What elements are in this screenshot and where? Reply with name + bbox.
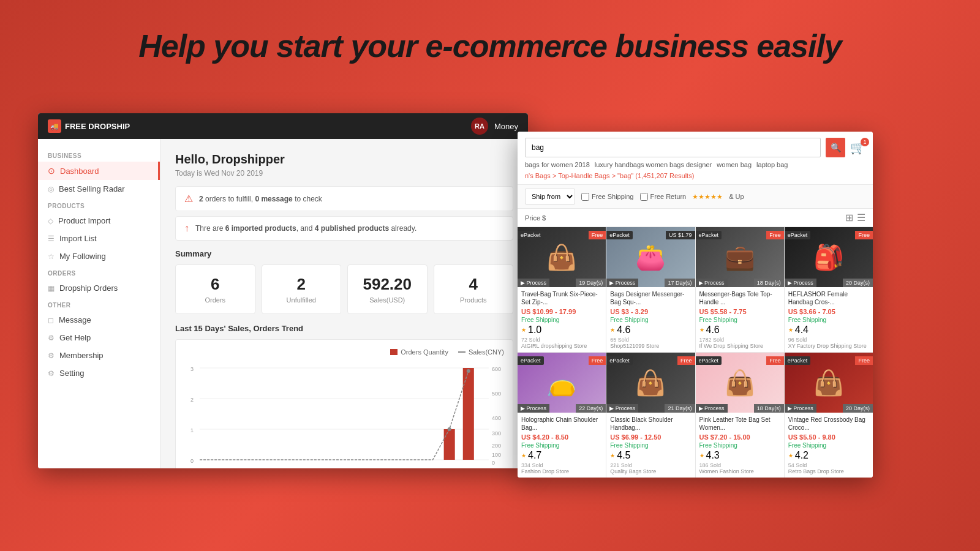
svg-text:2: 2 (190, 397, 194, 403)
store-name-4: Fashion Drop Store (521, 468, 602, 474)
product-card-4[interactable]: 👝 ePacket Free ▶ Process 22 Day(s) Holog… (518, 353, 606, 478)
star-filter[interactable]: ★★★★★ (692, 193, 723, 201)
summary-card-orders: 6 Orders (175, 264, 255, 314)
sidebar-setting-label: Setting (59, 369, 84, 378)
product-rating-6: ★ 4.3 (699, 450, 780, 461)
chart-container: Orders Quantity Sales(CNY) 3 2 1 0 (175, 339, 513, 468)
tag-4[interactable]: laptop bag (756, 161, 788, 168)
sidebar-following-label: My Following (59, 252, 106, 261)
sidebar-item-setting[interactable]: ⚙ Setting (38, 364, 160, 382)
product-image-1: 👛 ePacket US $1.79 ▶ Process 17 Day(s) (606, 227, 695, 287)
svg-text:400: 400 (492, 415, 501, 421)
store-name-1: Shop5121099 Store (610, 343, 691, 349)
process-days-2: 18 Day(s) (754, 279, 784, 287)
store-name-7: Retro Bags Drop Store (788, 468, 869, 474)
money-button[interactable]: Money (494, 122, 518, 131)
breadcrumb-text: n's Bags > Top-Handle Bags > "bag" (1,45… (525, 172, 694, 179)
sort-label[interactable]: Price $ (525, 214, 546, 222)
sidebar-item-product-import[interactable]: ◇ Product Import (38, 212, 160, 230)
epacket-badge-3: ePacket (785, 231, 811, 239)
product-card-7[interactable]: 👜 ePacket Free ▶ Process 20 Day(s) Vinta… (785, 353, 873, 478)
epacket-badge-6: ePacket (696, 356, 722, 365)
product-card-3[interactable]: 🎒 ePacket Free ▶ Process 20 Day(s) HEFLA… (785, 227, 873, 352)
summary-sales-label: Sales(USD) (358, 296, 417, 304)
free-shipping-checkbox[interactable] (581, 193, 589, 201)
process-badge-6: ▶ Process (696, 404, 728, 413)
sidebar-item-best-selling[interactable]: ◎ Best Selling Radar (38, 180, 160, 198)
badge-free-2: Free (766, 231, 784, 239)
sidebar-item-my-following[interactable]: ☆ My Following (38, 247, 160, 265)
product-shipping-7: Free Shipping (788, 442, 869, 449)
stars-4: ★ (521, 452, 526, 459)
search-button[interactable]: 🔍 (826, 138, 845, 157)
tag-2[interactable]: luxury handbags women bags designer (595, 161, 712, 168)
grid-view-icon[interactable]: ⊞ (845, 212, 853, 223)
sidebar-item-dashboard[interactable]: ⊙ Dashboard (38, 162, 160, 180)
rating-value-7: 4.2 (795, 450, 809, 461)
product-name-0: Travel-Bag Trunk Six-Piece-Set Zip-... (521, 290, 602, 306)
rating-value-6: 4.3 (706, 450, 720, 461)
sidebar-item-membership[interactable]: ⚙ Membership (38, 347, 160, 364)
chart-title: Last 15 Days' Sales, Orders Trend (175, 324, 513, 333)
membership-icon: ⚙ (48, 351, 55, 360)
product-info-2: Messenger-Bags Tote Top-Handle ... US $5… (696, 287, 784, 352)
alert-products: ↑ Thre are 6 imported products, and 4 pu… (175, 216, 513, 241)
product-image-4: 👝 ePacket Free ▶ Process 22 Day(s) (518, 353, 606, 413)
sold-count-7: 54 Sold (788, 462, 869, 468)
product-name-2: Messenger-Bags Tote Top-Handle ... (699, 290, 780, 306)
search-input[interactable] (525, 138, 821, 157)
free-shipping-check[interactable]: Free Shipping (581, 193, 634, 201)
greeting: Hello, Dropshipper (175, 152, 513, 167)
product-window: 🔍 🛒 1 bags for women 2018 luxury handbag… (518, 132, 873, 478)
product-card-0[interactable]: 👜 ePacket Free ▶ Process 19 Day(s) Trave… (518, 227, 606, 352)
sidebar-item-import-list[interactable]: ☰ Import List (38, 230, 160, 247)
logo-text: FREE DROPSHIP (65, 122, 130, 131)
summary-cards: 6 Orders 2 Unfulfilled 592.20 Sales(USD)… (175, 264, 513, 314)
list-view-icon[interactable]: ☰ (857, 212, 865, 223)
epacket-badge-7: ePacket (785, 356, 811, 365)
stars-1: ★ (610, 327, 615, 333)
product-card-6[interactable]: 👜 ePacket Free ▶ Process 18 Day(s) Pink … (696, 353, 784, 478)
summary-orders-value: 6 (186, 275, 245, 294)
product-rating-3: ★ 4.4 (788, 324, 869, 335)
product-info-7: Vintage Red Crossbody Bag Croco... US $5… (785, 413, 873, 478)
tag-3[interactable]: women bag (717, 161, 752, 168)
sidebar-item-get-help[interactable]: ⚙ Get Help (38, 329, 160, 347)
avatar: RA (471, 118, 488, 135)
chart-svg: 3 2 1 0 600 500 400 300 200 100 0 (184, 362, 504, 468)
svg-text:0: 0 (190, 458, 194, 464)
chart-area: 3 2 1 0 600 500 400 300 200 100 0 (184, 362, 504, 468)
sold-count-2: 1782 Sold (699, 337, 780, 343)
view-icons: ⊞ ☰ (845, 212, 865, 223)
alert-products-text: Thre are 6 imported products, and 4 publ… (195, 224, 417, 233)
free-return-check[interactable]: Free Return (640, 193, 687, 201)
product-price-1: US $3 - 3.29 (610, 308, 691, 315)
legend-sales-color (458, 351, 466, 353)
product-card-1[interactable]: 👛 ePacket US $1.79 ▶ Process 17 Day(s) B… (606, 227, 695, 352)
product-card-5[interactable]: 👜 ePacket Free ▶ Process 21 Day(s) Class… (606, 353, 695, 478)
cart-icon[interactable]: 🛒 1 (850, 140, 865, 155)
sidebar-item-dropship-orders[interactable]: ▦ Dropship Orders (38, 279, 160, 297)
tag-1[interactable]: bags for women 2018 (525, 161, 590, 168)
product-card-2[interactable]: 💼 ePacket Free ▶ Process 18 Day(s) Messe… (696, 227, 784, 352)
product-image-5: 👜 ePacket Free ▶ Process 21 Day(s) (606, 353, 695, 413)
sidebar-help-label: Get Help (59, 333, 91, 342)
sidebar-membership-label: Membership (59, 351, 104, 360)
sidebar-item-message[interactable]: ◻ Message (38, 311, 160, 329)
dashboard-body: BUSINESS ⊙ Dashboard ◎ Best Selling Rada… (38, 139, 528, 468)
rating-value-1: 4.6 (617, 324, 630, 335)
process-days-4: 22 Day(s) (576, 404, 606, 413)
sidebar-message-label: Message (59, 315, 91, 324)
sold-count-5: 221 Sold (610, 462, 691, 468)
sold-count-4: 334 Sold (521, 462, 602, 468)
ship-from-select[interactable]: Ship from (525, 189, 575, 204)
svg-text:300: 300 (492, 430, 501, 437)
product-name-7: Vintage Red Crossbody Bag Croco... (788, 416, 869, 432)
stars-5: ★ (610, 452, 615, 459)
product-name-4: Holographic Chain Shoulder Bag... (521, 416, 602, 432)
product-price-2: US $5.58 - 7.75 (699, 308, 780, 315)
alert-orders-text: 2 orders to fulfill, 0 message to check (199, 195, 322, 203)
product-shipping-3: Free Shipping (788, 317, 869, 323)
store-name-5: Quality Bags Store (610, 468, 691, 474)
free-return-checkbox[interactable] (640, 193, 648, 201)
